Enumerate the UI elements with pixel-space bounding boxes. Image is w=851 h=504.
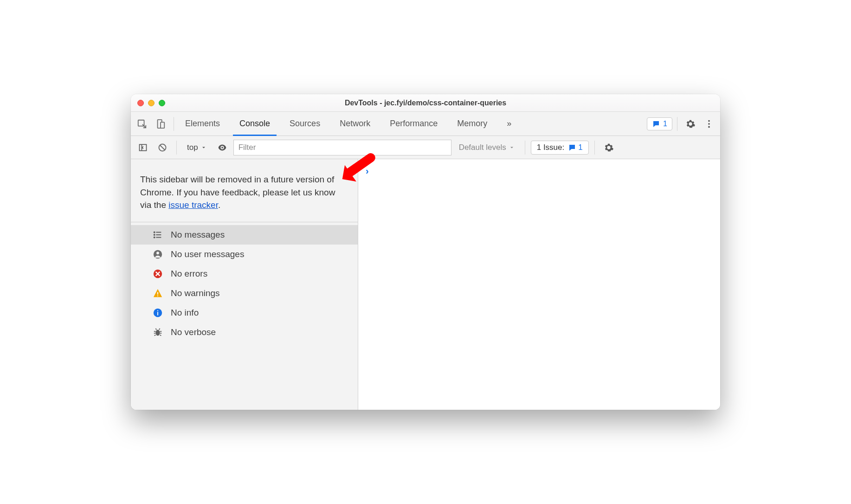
info-icon [152,307,163,318]
warning-icon [152,288,163,299]
error-icon [152,268,163,279]
divider [525,141,525,155]
svg-point-11 [154,237,155,238]
filter-label: No warnings [171,288,220,298]
filter-verbose[interactable]: No verbose [131,323,358,342]
device-toolbar-icon[interactable] [152,116,169,132]
svg-point-5 [708,126,710,128]
svg-rect-18 [157,312,158,315]
levels-label: Default levels [459,143,506,152]
titlebar: DevTools - jec.fyi/demo/css-container-qu… [131,94,720,112]
tab-console[interactable]: Console [233,112,277,136]
message-icon [652,120,660,128]
window-title: DevTools - jec.fyi/demo/css-container-qu… [131,99,720,107]
sidebar-filter-list: No messages No user messages No errors [131,222,358,342]
dropdown-triangle-icon [201,145,206,150]
svg-point-3 [708,120,710,122]
filter-label: No user messages [171,249,244,259]
filter-label: No verbose [171,327,216,337]
bug-icon [152,327,163,338]
divider [174,117,174,131]
tab-memory[interactable]: Memory [451,112,494,136]
console-body: This sidebar will be removed in a future… [131,159,720,410]
execution-context-selector[interactable]: top [182,141,211,154]
filter-errors[interactable]: No errors [131,264,358,284]
user-icon [152,249,163,260]
filter-info[interactable]: No info [131,303,358,323]
divider [176,141,177,155]
message-icon [568,143,576,152]
issues-button[interactable]: 1 Issue: 1 [531,141,589,155]
tab-elements[interactable]: Elements [179,112,226,136]
issues-label: 1 Issue: [537,143,565,152]
tab-performance[interactable]: Performance [383,112,444,136]
maximize-window-button[interactable] [159,100,165,106]
tabs-overflow-button[interactable]: » [500,112,518,136]
console-settings-icon[interactable] [600,139,617,156]
filter-label: No errors [171,269,207,279]
list-icon [152,229,163,240]
issues-count: 1 [578,143,582,152]
log-levels-selector[interactable]: Default levels [454,143,519,152]
filter-user-messages[interactable]: No user messages [131,245,358,264]
divider [677,117,677,131]
tab-sources[interactable]: Sources [283,112,327,136]
filter-label: No messages [171,230,225,240]
hidden-messages-button[interactable]: 1 [647,117,672,130]
console-prompt-icon: › [366,166,369,176]
console-output-pane[interactable]: › [358,159,720,410]
traffic-lights [137,100,165,106]
svg-point-9 [154,232,155,233]
close-window-button[interactable] [137,100,144,106]
console-toolbar: top Default levels 1 Issue: 1 [131,136,720,159]
console-sidebar: This sidebar will be removed in a future… [131,159,358,410]
svg-rect-15 [157,292,158,295]
context-label: top [187,143,198,152]
issues-chip: 1 [568,143,582,152]
deprecation-notice: This sidebar will be removed in a future… [131,159,358,222]
divider [594,141,595,155]
live-expression-icon[interactable] [214,139,231,156]
svg-point-20 [155,330,160,336]
notice-suffix: . [218,200,220,210]
filter-label: No info [171,308,199,318]
svg-point-10 [154,234,155,235]
tab-network[interactable]: Network [333,112,377,136]
kebab-menu-icon[interactable] [701,116,717,132]
issue-tracker-link[interactable]: issue tracker [168,200,218,210]
inspect-element-icon[interactable] [134,116,150,132]
toggle-sidebar-icon[interactable] [135,139,151,156]
svg-point-4 [708,123,710,125]
svg-rect-2 [161,122,164,128]
tab-list: Elements Console Sources Network Perform… [179,112,518,136]
dropdown-triangle-icon [509,145,515,150]
svg-rect-19 [157,310,158,311]
minimize-window-button[interactable] [148,100,155,106]
hidden-messages-count: 1 [663,120,667,128]
main-tabbar: Elements Console Sources Network Perform… [131,112,720,136]
svg-rect-6 [140,144,147,150]
svg-point-13 [156,252,159,254]
devtools-window: DevTools - jec.fyi/demo/css-container-qu… [131,94,720,410]
svg-point-8 [221,147,223,149]
filter-messages[interactable]: No messages [131,225,358,245]
clear-console-icon[interactable] [154,139,171,156]
filter-warnings[interactable]: No warnings [131,284,358,303]
settings-icon[interactable] [682,116,699,132]
filter-input[interactable] [233,140,451,155]
svg-rect-16 [157,295,158,296]
